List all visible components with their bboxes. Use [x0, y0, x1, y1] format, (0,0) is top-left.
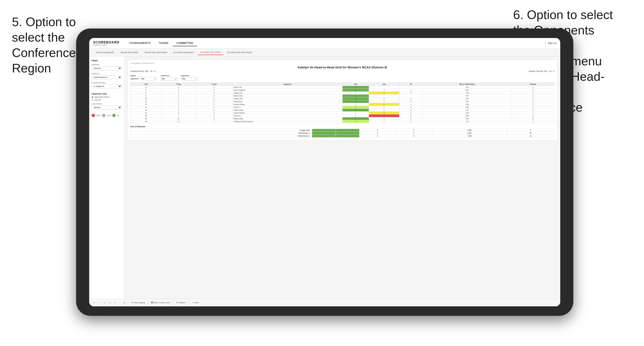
- cell-diff: 4.00: [422, 97, 512, 100]
- sub-nav-player-h2h-heatmap[interactable]: PLAYER H2H HEATMAP: [224, 50, 255, 55]
- toolbar-grid[interactable]: ⬡: [108, 301, 112, 305]
- ood-win: 15: [312, 132, 359, 135]
- separator: |: [545, 42, 546, 44]
- filter-region-header: Region: [130, 75, 156, 76]
- radio-top100[interactable]: Top 100: [92, 99, 122, 101]
- nav-item-teams[interactable]: TEAMS: [155, 40, 172, 46]
- logo-text: SCOREBOARD: [93, 40, 120, 44]
- cell-tie: 0: [400, 115, 422, 117]
- conference-select[interactable]: (All): [160, 77, 177, 80]
- cell-div: 3: [130, 86, 162, 89]
- cell-reg: 1: [162, 103, 195, 106]
- cell-conf: 5: [195, 109, 232, 112]
- main-content: Player Gender Women's Men's Division NCA…: [89, 56, 560, 306]
- records-row: Overall Record: 353 - 34 - 6 Division Re…: [130, 70, 554, 72]
- bottom-toolbar: ↩ ← ↪ ⬡ ↶ · ◷ 👁 View: Original 💾 Save Cu…: [89, 299, 560, 306]
- cell-win: 1: [342, 103, 369, 106]
- ood-row: NCAA Division 2 5 0 0 7.400 10: [130, 135, 554, 138]
- cell-opponent: Federica Domecq Lacroze: [233, 120, 342, 123]
- sub-nav-team-h2h-grid[interactable]: TEAM H2H GRID: [118, 50, 141, 55]
- filter-opponents-row: Opponents: (All): [130, 77, 156, 80]
- table-row: 6 3 3 Sydney Kuo 0 1 0 -1.00 3: [130, 92, 554, 95]
- nav-item-tournaments[interactable]: TOURNAMENTS: [125, 40, 154, 46]
- logo-sub: Powered by clippd: [93, 44, 120, 46]
- cell-reg: 7: [162, 106, 195, 109]
- cell-loss: 2: [369, 115, 400, 117]
- sub-nav-team-h2h-heatmap[interactable]: TEAM H2H HEATMAP: [142, 50, 170, 55]
- cell-reg: 2: [162, 89, 195, 92]
- cell-rounds: 4: [512, 109, 554, 112]
- table-row: 19 10 6 Emily Chang 4 0 0 0.30 11: [130, 117, 554, 120]
- colour-by-select[interactable]: Win/loss: [92, 105, 122, 110]
- th-conf: # Conf: [195, 83, 232, 86]
- ood-name: NCAA Division 2: [130, 135, 312, 138]
- table-row: 5 2 2 Alexis Sudjianto 1 0 0 4.00 3: [130, 89, 554, 92]
- toolbar-save-custom[interactable]: 💾 Save Custom View: [150, 301, 172, 304]
- sub-nav-player-summary[interactable]: PLAYER SUMMARY: [170, 50, 197, 55]
- cell-opponent: Euna Lee: [233, 115, 342, 117]
- sub-nav-team-summary[interactable]: TEAM SUMMARY: [93, 50, 117, 55]
- cell-rounds: 2: [512, 115, 554, 117]
- toolbar-clock[interactable]: ◷: [122, 301, 126, 305]
- opponents-select[interactable]: (All): [140, 77, 156, 80]
- cell-loss: 1: [369, 120, 400, 123]
- cell-conf: 6: [195, 112, 232, 115]
- table-row: 18 2 2 Euna Lee 0 2 0 -5.00 2: [130, 115, 554, 117]
- toolbar-back[interactable]: ←: [97, 301, 101, 305]
- table-row: 16 3 6 Jessica Mason 1 2 0 -0.94 7: [130, 112, 554, 115]
- ood-diff: 7.400: [432, 135, 507, 138]
- cell-conf: 3: [195, 92, 232, 95]
- cell-loss: 2: [369, 112, 400, 115]
- cell-conf: 1: [195, 86, 232, 89]
- cell-opponent: Jessica Mason: [233, 112, 342, 115]
- cell-div: 10: [130, 97, 162, 100]
- toolbar-view-original[interactable]: 👁 View: Original: [130, 301, 146, 304]
- player-section-label: Player: [92, 59, 122, 62]
- radio-label-top100: Top 100: [94, 99, 101, 101]
- opponent-select[interactable]: (All): [181, 77, 198, 80]
- cell-win: 2: [342, 106, 369, 109]
- nav-item-committee[interactable]: COMMITTEE: [173, 40, 197, 46]
- sub-nav-player-h2h-grid[interactable]: PLAYER H2H GRID: [198, 50, 224, 55]
- save-icon: 💾: [151, 302, 154, 304]
- player-rank-select[interactable]: 8. Katelyn Vo: [92, 84, 122, 88]
- color-dot-level: [102, 114, 106, 117]
- cell-opponent: Sharon Mun: [233, 95, 342, 97]
- cell-tie: 0: [400, 97, 422, 100]
- gender-select[interactable]: Women's Men's: [92, 66, 122, 70]
- toolbar-undo[interactable]: ↩: [92, 301, 96, 305]
- content-inner: Last Updated: 27/03/2024 10:34 Katelyn V…: [127, 59, 558, 141]
- th-diff: Diff Av Strokes/Rnd: [422, 83, 512, 86]
- division-label: Division: [92, 73, 122, 75]
- radio-opponents-played[interactable]: Opponents Played: [92, 96, 122, 98]
- cell-loss: 1: [369, 92, 400, 95]
- share-icon: ↗: [192, 302, 193, 304]
- cell-reg: 1: [162, 95, 195, 97]
- cell-reg: 2: [162, 115, 195, 117]
- cell-diff: -3.00: [422, 103, 512, 106]
- cell-div: 19: [130, 117, 162, 120]
- toolbar-divider-1: [128, 301, 128, 305]
- update-info: Last Updated: 27/03/2024 10:34: [130, 62, 554, 64]
- cell-opponent: Alexis Sudjianto: [233, 89, 342, 92]
- conference-select-wrapper: (All): [160, 77, 177, 80]
- cell-tie: 0: [400, 120, 422, 123]
- cell-loss: 0: [369, 97, 400, 100]
- toolbar-refresh[interactable]: ↶: [113, 301, 117, 305]
- ood-win: 5: [312, 135, 359, 138]
- filter-opponent-header: Opponent: [181, 75, 198, 76]
- ood-row: NAIA Division 1 15 0 0 9.267 30: [130, 132, 554, 135]
- opponent-select-wrapper: (All): [181, 77, 198, 80]
- division-select[interactable]: NCAA Division III NCAA Division I NCAA D…: [92, 75, 122, 79]
- cell-conf: 5: [195, 100, 232, 103]
- toolbar-share[interactable]: ↗ Share: [190, 301, 200, 304]
- cell-reg: 3: [162, 86, 195, 89]
- toolbar-watch[interactable]: 👁 Watch ▾: [174, 301, 187, 304]
- sign-out-link[interactable]: Sign out: [548, 42, 556, 44]
- radio-dot-played: [92, 96, 94, 98]
- toolbar-redo[interactable]: ↪: [103, 301, 106, 305]
- ood-title: Out of division: [130, 125, 554, 128]
- th-opponent: Opponent: [233, 83, 342, 86]
- scoreboard-logo: SCOREBOARD Powered by clippd: [93, 40, 120, 46]
- cell-opponent: Jessica Huang: [233, 103, 342, 106]
